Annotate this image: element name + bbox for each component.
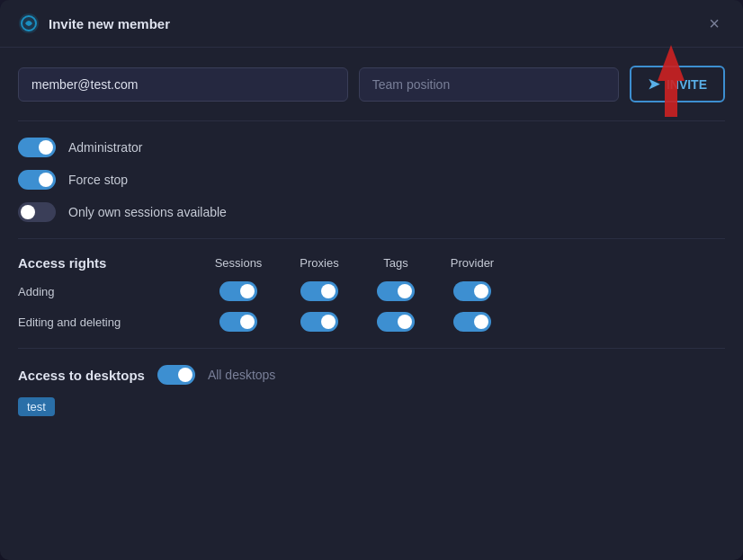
- editing-label: Editing and deleting: [18, 316, 198, 329]
- modal-header: Invite new member ×: [0, 0, 743, 48]
- adding-label: Adding: [18, 285, 198, 298]
- email-input[interactable]: [18, 67, 348, 102]
- invite-modal: Invite new member × ➤ INVITE Administrat…: [0, 0, 743, 560]
- desktop-row: Access to desktops All desktops: [18, 365, 725, 385]
- access-adding-row: Adding: [18, 281, 725, 301]
- permissions-section: Administrator Force stop Only own sessio…: [18, 138, 725, 222]
- test-tag-button[interactable]: test: [18, 397, 55, 416]
- invite-button[interactable]: ➤ INVITE: [630, 66, 725, 102]
- editing-sessions-toggle[interactable]: [219, 312, 257, 332]
- adding-sessions-cell: [198, 281, 279, 301]
- col-tags: Tags: [360, 256, 432, 270]
- divider-2: [18, 238, 725, 239]
- adding-provider-toggle[interactable]: [453, 281, 491, 301]
- desktop-access-label: Access to desktops: [18, 368, 145, 383]
- own-sessions-label: Only own sessions available: [68, 205, 227, 219]
- divider-3: [18, 348, 725, 349]
- desktop-access-toggle[interactable]: [157, 365, 195, 385]
- close-button[interactable]: ×: [703, 13, 725, 34]
- editing-sessions-cell: [198, 312, 279, 332]
- logo-icon: [18, 13, 40, 34]
- own-sessions-row: Only own sessions available: [18, 202, 725, 222]
- modal-body: ➤ INVITE Administrator: [0, 48, 743, 434]
- editing-proxies-toggle[interactable]: [300, 312, 338, 332]
- editing-provider-cell: [432, 312, 513, 332]
- editing-proxies-cell: [279, 312, 360, 332]
- access-rights-header: Access rights Sessions Proxies Tags Prov…: [18, 255, 725, 271]
- force-stop-toggle[interactable]: [18, 170, 56, 190]
- force-stop-row: Force stop: [18, 170, 725, 190]
- adding-tags-cell: [360, 281, 432, 301]
- position-input[interactable]: [359, 67, 619, 102]
- col-provider: Provider: [432, 256, 513, 270]
- send-icon: ➤: [648, 76, 659, 93]
- administrator-toggle[interactable]: [18, 138, 56, 157]
- modal-title: Invite new member: [49, 16, 694, 31]
- divider-1: [18, 120, 725, 121]
- adding-tags-toggle[interactable]: [377, 281, 415, 301]
- editing-tags-cell: [360, 312, 432, 332]
- desktop-section: Access to desktops All desktops test: [18, 365, 725, 416]
- access-rights-title: Access rights: [18, 255, 198, 271]
- editing-provider-toggle[interactable]: [453, 312, 491, 332]
- access-editing-row: Editing and deleting: [18, 312, 725, 332]
- adding-proxies-cell: [279, 281, 360, 301]
- adding-sessions-toggle[interactable]: [219, 281, 257, 301]
- col-proxies: Proxies: [279, 256, 360, 270]
- force-stop-label: Force stop: [68, 173, 128, 187]
- col-sessions: Sessions: [198, 256, 279, 270]
- administrator-label: Administrator: [68, 140, 142, 155]
- administrator-row: Administrator: [18, 138, 725, 157]
- all-desktops-label: All desktops: [208, 368, 275, 382]
- adding-proxies-toggle[interactable]: [300, 281, 338, 301]
- editing-tags-toggle[interactable]: [377, 312, 415, 332]
- access-rights-section: Access rights Sessions Proxies Tags Prov…: [18, 255, 725, 332]
- own-sessions-toggle[interactable]: [18, 202, 56, 222]
- adding-provider-cell: [432, 281, 513, 301]
- top-row: ➤ INVITE: [18, 66, 725, 102]
- invite-label: INVITE: [667, 77, 707, 92]
